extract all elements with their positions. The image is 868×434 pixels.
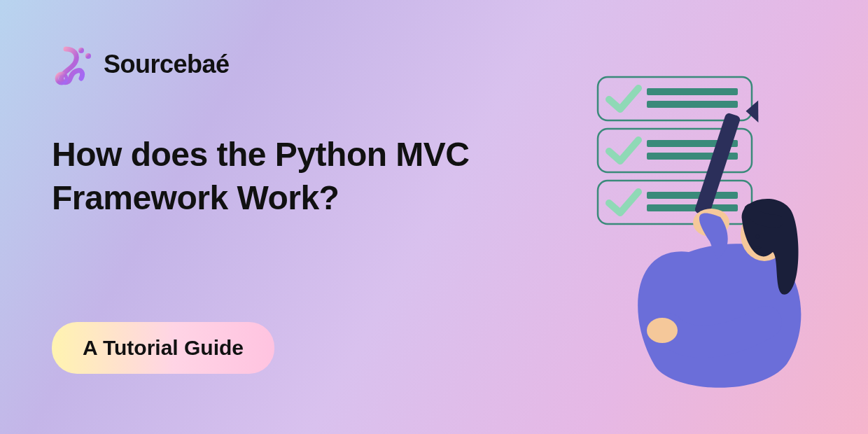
svg-rect-4	[647, 88, 738, 95]
svg-rect-11	[647, 204, 738, 211]
svg-point-15	[647, 318, 678, 343]
logo-icon	[52, 43, 94, 85]
page-headline: How does the Python MVC Framework Work?	[52, 133, 500, 220]
subtitle-badge: A Tutorial Guide	[52, 322, 274, 374]
checklist-illustration	[549, 70, 829, 406]
checklist-item-3	[598, 181, 752, 224]
svg-point-0	[78, 48, 84, 53]
svg-rect-12	[694, 112, 741, 216]
brand-logo: Sourcebaé	[52, 43, 230, 85]
svg-rect-10	[647, 192, 738, 199]
brand-name: Sourcebaé	[104, 50, 230, 79]
svg-rect-5	[647, 101, 738, 108]
svg-rect-9	[598, 181, 752, 224]
svg-point-17	[756, 235, 760, 239]
person-illustration	[638, 199, 801, 388]
svg-point-1	[85, 53, 91, 59]
badge-label: A Tutorial Guide	[83, 336, 244, 359]
hero-banner: Sourcebaé How does the Python MVC Framew…	[0, 0, 868, 434]
